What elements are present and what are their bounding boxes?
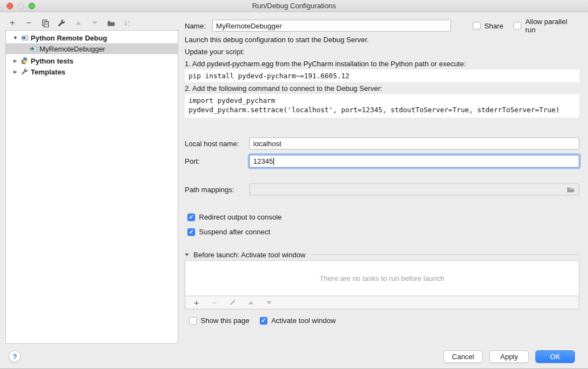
- tree-item-label: Templates: [31, 68, 65, 76]
- remote-debug-config-icon: [29, 45, 37, 53]
- text-cursor: [273, 158, 274, 165]
- copy-icon[interactable]: [41, 19, 50, 28]
- activate-tool-window-label: Activate tool window: [271, 316, 336, 325]
- divider: [312, 255, 579, 255]
- tree-item-label: MyRemoteDebugger: [39, 45, 105, 53]
- before-launch-toolbar: + −: [185, 296, 579, 309]
- title-bar: Run/Debug Configurations: [0, 0, 588, 12]
- wrench-icon[interactable]: [57, 19, 66, 28]
- instruction-line-1: Launch this debug configuration to start…: [185, 36, 579, 44]
- ok-button[interactable]: OK: [535, 350, 575, 363]
- redirect-output-row: ✓ Redirect output to console: [187, 213, 582, 221]
- sort-icon[interactable]: az: [123, 19, 132, 28]
- configurations-toolbar: + − az: [8, 16, 132, 30]
- close-window-button[interactable]: [7, 3, 13, 9]
- apply-button[interactable]: Apply: [489, 350, 529, 363]
- instruction-line-2: Update your script:: [185, 48, 579, 56]
- suspend-after-connect-row: ✓ Suspend after connect: [187, 228, 582, 236]
- before-launch-title: Before launch: Activate tool window: [193, 251, 306, 259]
- configurations-tree: ▼ Python Remote Debug MyRemoteDebugger ▶…: [5, 30, 178, 344]
- remove-task-icon[interactable]: −: [210, 298, 219, 307]
- browse-folder-icon[interactable]: [567, 186, 575, 193]
- suspend-after-connect-checkbox[interactable]: ✓: [187, 228, 195, 236]
- tree-item-myremotedebugger[interactable]: MyRemoteDebugger: [6, 43, 178, 54]
- svg-text:z: z: [128, 23, 130, 27]
- move-down-icon[interactable]: [90, 19, 99, 28]
- move-task-down-icon[interactable]: [264, 298, 273, 307]
- share-label: Share: [484, 22, 504, 30]
- chevron-down-icon[interactable]: ▼: [13, 35, 18, 41]
- cancel-button[interactable]: Cancel: [443, 350, 483, 363]
- help-button[interactable]: ?: [9, 350, 21, 362]
- pip-install-code: pip install pydevd-pycharm~=191.6605.12: [185, 70, 579, 82]
- remove-icon[interactable]: −: [24, 19, 33, 28]
- window-title: Run/Debug Configurations: [252, 2, 336, 10]
- apply-label: Apply: [500, 353, 518, 361]
- allow-parallel-run-label: Allow parallel run: [525, 18, 579, 34]
- share-checkbox[interactable]: [473, 22, 481, 30]
- name-label: Name:: [185, 22, 205, 30]
- python-icon: [20, 57, 28, 65]
- before-launch-header[interactable]: Before launch: Activate tool window: [185, 251, 579, 259]
- show-this-page-checkbox[interactable]: [189, 317, 197, 325]
- local-host-name-input[interactable]: [249, 137, 579, 149]
- run-debug-configurations-dialog: Run/Debug Configurations + − az ▼ Python…: [0, 0, 588, 369]
- ok-label: OK: [550, 353, 561, 361]
- instruction-step-2: 2. Add the following command to connect …: [185, 84, 579, 93]
- name-input[interactable]: [212, 20, 450, 32]
- add-icon[interactable]: +: [8, 19, 17, 28]
- cancel-label: Cancel: [452, 353, 474, 361]
- wrench-icon: [20, 68, 28, 76]
- activate-tool-window-checkbox[interactable]: ✓: [260, 317, 267, 325]
- settrace-code: import pydevd_pycharm pydevd_pycharm.set…: [185, 94, 579, 118]
- chevron-right-icon[interactable]: ▶: [13, 69, 18, 74]
- before-launch-empty-text: There are no tasks to run before launch: [319, 274, 444, 282]
- move-up-icon[interactable]: [73, 19, 83, 28]
- page-options-row: Show this page ✓ Activate tool window: [189, 316, 584, 325]
- tree-item-python-tests[interactable]: ▶ Python tests: [6, 55, 178, 66]
- port-label: Port:: [185, 157, 249, 165]
- settrace-code-line-2: pydevd_pycharm.settrace('localhost', por…: [189, 106, 560, 114]
- tree-item-label: Python tests: [31, 57, 73, 65]
- suspend-after-connect-label: Suspend after connect: [199, 228, 270, 236]
- tree-item-templates[interactable]: ▶ Templates: [6, 66, 178, 77]
- port-input[interactable]: 12345: [249, 155, 579, 168]
- tree-item-python-remote-debug[interactable]: ▼ Python Remote Debug: [6, 32, 178, 43]
- allow-parallel-run-checkbox[interactable]: [513, 22, 521, 30]
- path-mappings-label: Path mappings:: [185, 186, 249, 194]
- settrace-code-line-1: import pydevd_pycharm: [189, 96, 275, 105]
- local-host-name-label: Local host name:: [185, 140, 249, 148]
- chevron-down-icon: [185, 253, 189, 256]
- move-task-up-icon[interactable]: [246, 298, 255, 307]
- add-task-icon[interactable]: +: [192, 298, 201, 307]
- before-launch-task-list: There are no tasks to run before launch: [185, 260, 579, 296]
- svg-text:a: a: [128, 19, 130, 23]
- redirect-output-checkbox[interactable]: ✓: [187, 214, 195, 221]
- show-this-page-label: Show this page: [201, 316, 249, 325]
- remote-debug-config-icon: [20, 34, 28, 42]
- instruction-step-1: 1. Add pydevd-pycharm.egg from the PyCha…: [185, 60, 579, 68]
- port-value: 12345: [253, 157, 273, 165]
- new-folder-icon[interactable]: [106, 19, 116, 28]
- minimize-window-button[interactable]: [18, 3, 24, 9]
- edit-task-icon[interactable]: [228, 298, 237, 307]
- chevron-right-icon[interactable]: ▶: [13, 58, 18, 64]
- zoom-window-button[interactable]: [28, 3, 35, 9]
- tree-item-label: Python Remote Debug: [31, 34, 107, 42]
- path-mappings-input[interactable]: [249, 183, 579, 195]
- help-icon: ?: [13, 353, 17, 361]
- redirect-output-label: Redirect output to console: [199, 213, 282, 221]
